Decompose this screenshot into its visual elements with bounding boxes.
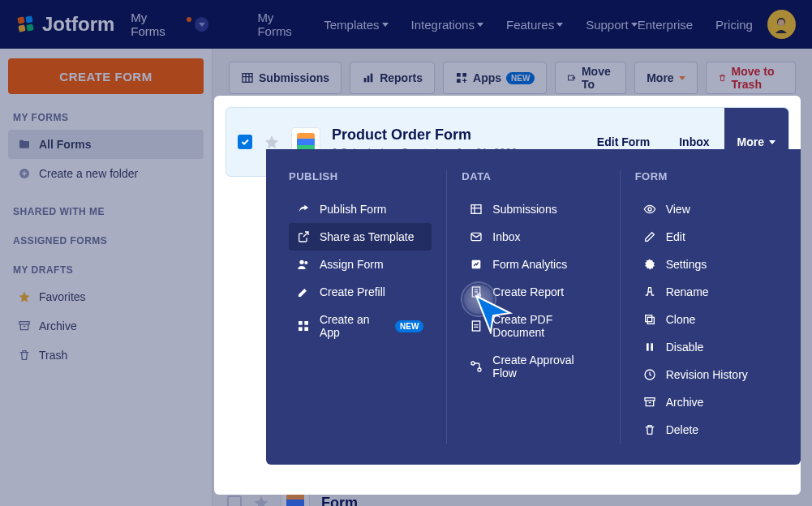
create-form-button[interactable]: CREATE FORM (8, 58, 204, 94)
svg-rect-11 (371, 74, 373, 83)
create-prefill-item[interactable]: Create Prefill (289, 278, 432, 306)
logo[interactable]: Jotform (16, 13, 114, 36)
edit-icon (643, 230, 656, 243)
row-checkbox[interactable] (227, 495, 242, 506)
form-view-item[interactable]: View (635, 195, 778, 223)
share-as-template-item[interactable]: Share as Template (289, 223, 432, 251)
svg-point-5 (778, 19, 784, 26)
section-shared: SHARED WITH ME (13, 206, 199, 217)
logo-text: Jotform (42, 13, 114, 36)
more-dropdown: PUBLISH Publish Form Share as Template A… (266, 149, 801, 465)
chevron-down-icon (477, 23, 483, 27)
section-drafts: MY DRAFTS (13, 264, 199, 276)
svg-rect-35 (651, 343, 653, 350)
nav-myforms[interactable]: My Forms (257, 11, 301, 38)
svg-rect-10 (367, 75, 370, 82)
svg-rect-0 (17, 16, 24, 24)
star-icon (18, 290, 31, 303)
assign-form-item[interactable]: Assign Form (289, 251, 432, 278)
form-disable-item[interactable]: Disable (635, 333, 778, 361)
inbox-icon (470, 230, 483, 243)
sidebar-all-forms[interactable]: All Forms (8, 130, 204, 159)
badge-new: NEW (506, 72, 535, 84)
svg-rect-8 (243, 74, 252, 83)
svg-rect-21 (304, 327, 308, 331)
pause-icon (643, 341, 656, 354)
chart-icon (362, 71, 375, 84)
gear-icon (643, 258, 656, 271)
toolbar: Submissions Reports Apps NEW Move To Mor… (229, 62, 796, 94)
move-to-trash-button[interactable]: Move to Trash (706, 62, 796, 94)
create-report-item[interactable]: Create Report (462, 278, 604, 306)
submissions-button[interactable]: Submissions (229, 62, 342, 94)
svg-rect-32 (647, 317, 654, 324)
svg-point-16 (299, 260, 303, 264)
chevron-down-icon (382, 23, 389, 27)
nav-links: My Forms Templates Integrations Features… (257, 11, 637, 38)
dropdown-title: DATA (462, 170, 604, 182)
create-approval-item[interactable]: Create Approval Flow (462, 346, 604, 387)
form-delete-item[interactable]: Delete (635, 416, 778, 444)
form-clone-item[interactable]: Clone (635, 306, 778, 333)
sidebar-item-label: Favorites (39, 290, 86, 303)
table-icon (241, 71, 254, 84)
svg-rect-14 (457, 79, 461, 83)
create-app-item[interactable]: Create an App NEW (289, 306, 432, 346)
dropdown-publish-col: PUBLISH Publish Form Share as Template A… (274, 170, 446, 444)
data-inbox-item[interactable]: Inbox (462, 223, 604, 251)
nav-templates[interactable]: Templates (324, 18, 388, 32)
svg-point-17 (304, 261, 307, 264)
move-icon (567, 71, 577, 84)
svg-point-29 (478, 368, 481, 371)
reports-button[interactable]: Reports (350, 62, 435, 94)
move-to-button[interactable]: Move To (555, 62, 626, 94)
avatar[interactable] (767, 10, 796, 39)
form-settings-item[interactable]: Settings (635, 251, 778, 278)
create-pdf-item[interactable]: Create PDF Document (462, 306, 604, 346)
nav-pricing[interactable]: Pricing (715, 18, 753, 32)
nav-features[interactable]: Features (506, 18, 563, 32)
myforms-dropdown[interactable]: My Forms (131, 11, 208, 38)
dropdown-title: PUBLISH (289, 170, 432, 182)
svg-rect-20 (299, 327, 303, 331)
nav-enterprise[interactable]: Enterprise (638, 18, 693, 32)
archive-icon (18, 319, 31, 332)
nav-integrations[interactable]: Integrations (411, 18, 483, 32)
clone-icon (643, 313, 656, 326)
star-icon[interactable] (264, 134, 280, 150)
form-edit-item[interactable]: Edit (635, 223, 778, 251)
star-icon[interactable] (253, 495, 269, 506)
top-nav: Jotform My Forms My Forms Templates Inte… (0, 0, 812, 49)
section-assigned: ASSIGNED FORMS (13, 235, 199, 247)
form-rename-item[interactable]: Rename (635, 278, 778, 306)
report-icon (470, 285, 483, 298)
svg-rect-3 (26, 24, 33, 31)
dropdown-title: FORM (635, 170, 778, 182)
form-history-item[interactable]: Revision History (635, 361, 778, 388)
row-checkbox-checked[interactable] (238, 135, 252, 149)
rename-icon (643, 285, 656, 298)
apps-button[interactable]: Apps NEW (443, 62, 547, 94)
plus-circle-icon (18, 167, 31, 180)
sidebar-trash[interactable]: Trash (8, 341, 204, 370)
form-archive-item[interactable]: Archive (635, 388, 778, 416)
sidebar-new-folder[interactable]: Create a new folder (8, 159, 204, 188)
nav-support[interactable]: Support (586, 18, 638, 32)
data-submissions-item[interactable]: Submissions (462, 195, 604, 223)
svg-point-30 (648, 208, 651, 211)
chevron-down-icon (769, 140, 775, 144)
svg-rect-27 (473, 321, 480, 331)
sidebar-favorites[interactable]: Favorites (8, 282, 204, 311)
apps-icon (455, 71, 468, 84)
publish-form-item[interactable]: Publish Form (289, 195, 432, 223)
sidebar: CREATE FORM MY FORMS All Forms Create a … (0, 49, 213, 506)
sidebar-archive[interactable]: Archive (8, 311, 204, 341)
folder-icon (18, 138, 31, 151)
form-analytics-item[interactable]: Form Analytics (462, 251, 604, 278)
form-title: Product Order Form (332, 126, 517, 144)
chevron-down-icon (556, 23, 563, 27)
more-button[interactable]: More (634, 62, 697, 94)
notification-dot-icon (187, 17, 191, 22)
sidebar-item-label: All Forms (39, 138, 92, 151)
badge-new: NEW (395, 320, 423, 332)
